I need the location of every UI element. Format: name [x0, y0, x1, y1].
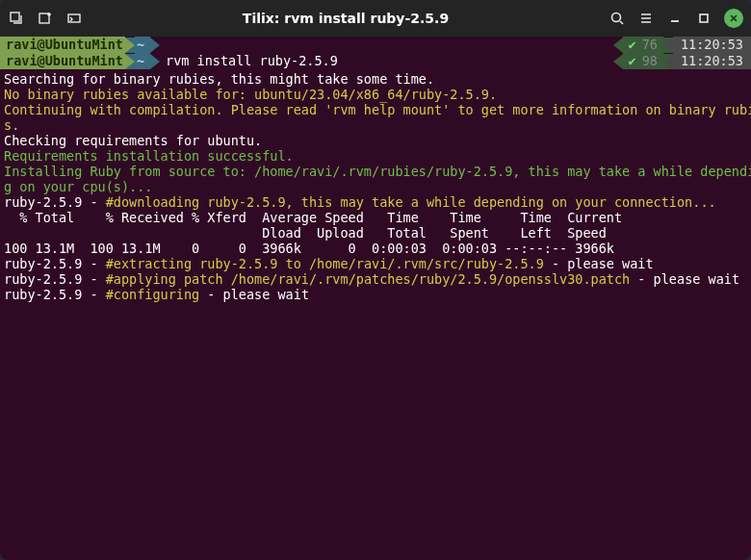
status-code: 76	[642, 37, 658, 53]
powerline-separator-icon	[150, 38, 160, 53]
prompt-user-host: ravi@UbuntuMint	[0, 53, 125, 69]
term-line: ruby-2.5.9 -	[4, 287, 106, 302]
svg-rect-4	[700, 14, 708, 22]
powerline-separator-icon	[125, 54, 135, 69]
powerline-separator-icon	[150, 54, 160, 69]
time-segment: 11:20:53	[673, 37, 751, 53]
term-line: 100 13.1M 100 13.1M 0 0 3966k 0 0:00:03 …	[4, 241, 614, 256]
status-segment: ✔ 76	[623, 37, 663, 53]
add-terminal-icon[interactable]	[37, 10, 54, 27]
powerline-separator-icon	[613, 38, 623, 53]
term-line: Installing Ruby from source to: /home/ra…	[4, 164, 751, 179]
term-line: % Total % Received % Xferd Average Speed…	[4, 210, 622, 225]
status-segment: ✔ 98	[623, 53, 663, 69]
titlebar-left-controls	[8, 10, 83, 27]
term-line: #applying patch /home/ravi/.rvm/patches/…	[106, 271, 631, 287]
powerline-separator-icon	[613, 54, 623, 69]
maximize-button[interactable]	[695, 10, 712, 27]
status-code: 98	[642, 53, 658, 69]
term-line: g on your cpu(s)...	[4, 179, 152, 194]
term-line: ruby-2.5.9 -	[4, 194, 106, 210]
term-line: Dload Upload Total Spent Left Speed	[4, 225, 607, 241]
term-line: s.	[4, 117, 19, 133]
prompt-path: ~	[135, 53, 150, 69]
term-line: Continuing with compilation. Please read…	[4, 102, 751, 117]
prompt-command: rvm install ruby-2.5.9	[160, 53, 338, 69]
term-line: #downloading ruby-2.5.9, this may take a…	[106, 194, 716, 210]
prompt-row[interactable]: ravi@UbuntuMint ~ rvm install ruby-2.5.9…	[0, 53, 751, 69]
term-line: - please wait	[630, 271, 739, 287]
powerline-separator-icon	[663, 54, 673, 69]
svg-rect-0	[11, 13, 19, 21]
powerline-separator-icon	[125, 38, 135, 53]
window-title: Tilix: rvm install ruby-2.5.9	[91, 11, 601, 26]
prompt-user-host: ravi@UbuntuMint	[0, 37, 125, 53]
term-line: Checking requirements for ubuntu.	[4, 133, 262, 148]
terminal-output[interactable]: Searching for binary rubies, this might …	[0, 69, 751, 560]
powerline-separator-icon	[663, 38, 673, 53]
search-icon[interactable]	[609, 10, 626, 27]
term-line: #extracting ruby-2.5.9 to /home/ravi/.rv…	[106, 256, 544, 271]
checkmark-icon: ✔	[629, 37, 636, 53]
checkmark-icon: ✔	[629, 53, 636, 69]
minimize-button[interactable]	[666, 10, 684, 27]
term-line: No binary rubies available for: ubuntu/2…	[4, 87, 497, 102]
term-line: - please wait	[544, 256, 654, 271]
terminal-layout-icon[interactable]	[65, 10, 83, 27]
session-prompt-area: ravi@UbuntuMint ~ ✔ 76 11:20:53 ravi@Ubu…	[0, 37, 751, 69]
term-line: Requirements installation successful.	[4, 148, 294, 164]
prompt-path: ~	[135, 37, 150, 53]
close-button[interactable]	[724, 9, 743, 28]
term-line: - please wait	[199, 287, 309, 302]
term-line: ruby-2.5.9 -	[4, 271, 106, 287]
term-line: #configuring	[106, 287, 200, 302]
time-segment: 11:20:53	[673, 53, 751, 69]
titlebar: Tilix: rvm install ruby-2.5.9	[0, 0, 751, 37]
prompt-row[interactable]: ravi@UbuntuMint ~ ✔ 76 11:20:53	[0, 37, 751, 53]
new-session-icon[interactable]	[8, 10, 25, 27]
titlebar-right-controls	[609, 9, 743, 28]
term-line: Searching for binary rubies, this might …	[4, 71, 434, 87]
hamburger-menu-icon[interactable]	[637, 10, 655, 27]
term-line: ruby-2.5.9 -	[4, 256, 106, 271]
svg-point-3	[612, 13, 621, 22]
